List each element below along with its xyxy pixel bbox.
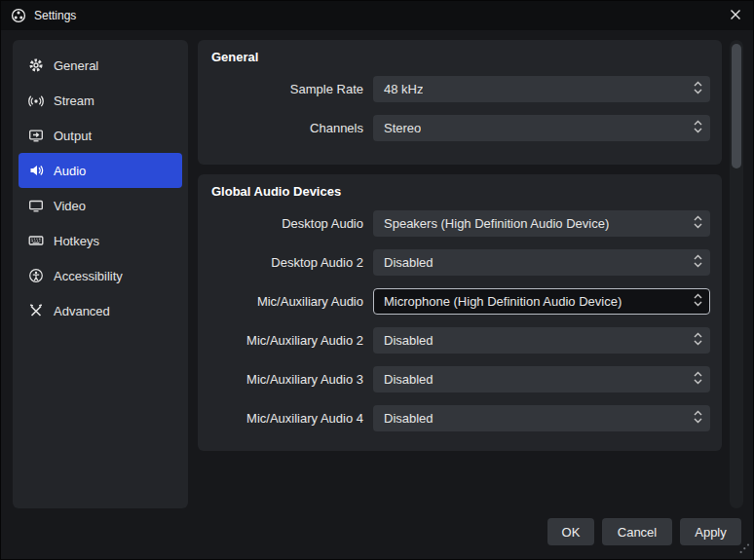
mic-aux-audio-4-label: Mic/Auxiliary Audio 4 xyxy=(198,411,373,426)
scrollbar-track[interactable] xyxy=(730,40,743,508)
desktop-audio-2-select[interactable]: Disabled xyxy=(373,249,710,276)
stepper-icon xyxy=(694,371,702,388)
sidebar-item-audio[interactable]: Audio xyxy=(19,153,182,188)
sample-rate-select[interactable]: 48 kHz xyxy=(373,76,710,102)
mic-aux-audio-4-select[interactable]: Disabled xyxy=(373,405,710,431)
mic-aux-audio-3-select[interactable]: Disabled xyxy=(373,366,710,392)
mic-aux-audio-2-label: Mic/Auxiliary Audio 2 xyxy=(198,333,373,348)
desktop-audio-select[interactable]: Speakers (High Definition Audio Device) xyxy=(373,210,710,237)
keyboard-icon xyxy=(28,233,44,248)
sidebar-item-general[interactable]: General xyxy=(19,48,182,83)
output-icon xyxy=(28,128,44,143)
accessibility-icon xyxy=(28,268,44,283)
sidebar-item-output[interactable]: Output xyxy=(19,118,182,153)
sidebar-item-hotkeys[interactable]: Hotkeys xyxy=(19,223,182,258)
stepper-icon xyxy=(694,215,702,232)
sidebar-item-label: Accessibility xyxy=(54,269,123,283)
stepper-icon xyxy=(694,81,702,97)
sidebar-item-label: Hotkeys xyxy=(54,234,99,248)
mic-aux-audio-2-select[interactable]: Disabled xyxy=(373,327,710,354)
sidebar-item-accessibility[interactable]: Accessibility xyxy=(19,258,182,293)
desktop-audio-2-row: Desktop Audio 2 Disabled xyxy=(198,249,722,276)
mic-aux-audio-label: Mic/Auxiliary Audio xyxy=(198,294,373,309)
broadcast-icon xyxy=(28,93,44,108)
mic-aux-audio-4-row: Mic/Auxiliary Audio 4 Disabled xyxy=(198,405,722,431)
cancel-button[interactable]: Cancel xyxy=(602,518,672,545)
section-title: General xyxy=(211,50,258,64)
desktop-audio-row: Desktop Audio Speakers (High Definition … xyxy=(198,210,722,237)
stepper-icon xyxy=(694,332,702,349)
sidebar-item-video[interactable]: Video xyxy=(19,188,182,223)
section-title: Global Audio Devices xyxy=(211,184,341,199)
desktop-audio-label: Desktop Audio xyxy=(198,216,373,231)
close-icon xyxy=(730,9,741,23)
sidebar-item-stream[interactable]: Stream xyxy=(19,83,182,118)
stepper-icon xyxy=(694,293,702,310)
sample-rate-row: Sample Rate 48 kHz xyxy=(198,76,722,102)
mic-aux-audio-2-row: Mic/Auxiliary Audio 2 Disabled xyxy=(198,327,722,354)
apply-button[interactable]: Apply xyxy=(680,518,741,545)
sidebar-item-label: Audio xyxy=(54,164,86,178)
stepper-icon xyxy=(694,410,702,427)
channels-row: Channels Stereo xyxy=(198,115,722,141)
sidebar-item-label: Video xyxy=(54,199,86,213)
ok-button[interactable]: OK xyxy=(547,518,594,545)
section-global-audio-devices: Global Audio Devices Desktop Audio Speak… xyxy=(198,174,722,451)
mic-aux-audio-3-label: Mic/Auxiliary Audio 3 xyxy=(198,372,373,387)
settings-window: Settings General xyxy=(0,0,754,560)
close-button[interactable] xyxy=(720,1,751,30)
sidebar-item-label: Output xyxy=(54,129,92,143)
sample-rate-label: Sample Rate xyxy=(198,82,373,96)
monitor-icon xyxy=(28,198,44,213)
titlebar[interactable]: Settings xyxy=(1,1,754,30)
speaker-icon xyxy=(28,163,44,178)
mic-aux-audio-3-row: Mic/Auxiliary Audio 3 Disabled xyxy=(198,366,722,392)
section-general: General Sample Rate 48 kHz Channels Ster… xyxy=(198,40,722,165)
gear-icon xyxy=(28,57,44,73)
settings-sidebar: General Stream Output xyxy=(13,40,188,508)
channels-select[interactable]: Stereo xyxy=(373,115,710,141)
desktop-audio-2-label: Desktop Audio 2 xyxy=(198,255,373,270)
sidebar-item-advanced[interactable]: Advanced xyxy=(19,293,182,328)
window-title: Settings xyxy=(34,9,76,22)
mic-aux-audio-row: Mic/Auxiliary Audio Microphone (High Def… xyxy=(198,288,722,315)
mic-aux-audio-select[interactable]: Microphone (High Definition Audio Device… xyxy=(373,288,710,315)
stepper-icon xyxy=(694,120,702,136)
resize-grip-icon[interactable] xyxy=(738,542,750,557)
scrollbar-thumb[interactable] xyxy=(732,44,741,168)
channels-label: Channels xyxy=(198,121,373,135)
stepper-icon xyxy=(694,254,702,271)
obs-logo-icon xyxy=(11,8,26,23)
sidebar-item-label: Advanced xyxy=(54,304,110,318)
sidebar-item-label: Stream xyxy=(54,93,94,108)
tools-icon xyxy=(28,303,44,318)
sidebar-item-label: General xyxy=(54,58,98,73)
